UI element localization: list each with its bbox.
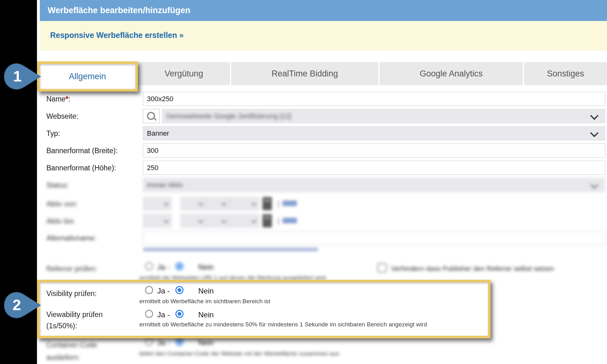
tab-google-analytics[interactable]: Google Analytics (380, 62, 523, 85)
viewability-nein-radio[interactable] (175, 310, 184, 318)
visibility-nein-radio[interactable] (175, 286, 184, 294)
divider: | (278, 216, 279, 225)
visibility-description: ermittelt ob Werbefläche im sichtbaren B… (139, 298, 270, 305)
annotation-highlight-1[interactable]: Allgemein (37, 61, 138, 91)
balloon-1-number: 1 (13, 68, 22, 85)
webseite-select[interactable]: Demowebseite Google Zertifizierung [12] (162, 109, 605, 123)
container-code-ja-label: Ja - (157, 338, 170, 347)
container-code-description: liefert den Container-Code der Website m… (139, 350, 339, 357)
visibility-ja-label: Ja - (157, 287, 170, 295)
search-icon (147, 112, 155, 120)
referrer-label: Referrer prüfen: (46, 265, 97, 273)
window-titlebar: Werbefläche bearbeiten/hinzufügen (40, 0, 607, 21)
alternativname-label: Alternativname: (46, 234, 96, 242)
viewability-ja-radio[interactable] (145, 310, 153, 318)
viewability-ja-label: Ja - (157, 310, 170, 319)
container-code-nein-radio[interactable] (175, 338, 184, 346)
hoehe-input[interactable]: 250 (143, 161, 605, 175)
page-title: Werbefläche bearbeiten/hinzufügen (48, 0, 190, 21)
chevron-down-icon (590, 180, 599, 189)
typ-value: Banner (147, 129, 169, 137)
visibility-label: Visibility prüfen: (46, 289, 97, 298)
referrer-checkbox-label: Verhindern dass Publisher den Referrer s… (391, 265, 554, 273)
typ-label: Typ: (46, 129, 60, 138)
aktiv-bis-clear-link[interactable] (283, 218, 297, 223)
referrer-ja-label: Ja - (157, 263, 170, 272)
required-asterisk: * (65, 95, 68, 103)
webseite-label: Webseite: (46, 112, 78, 121)
aktiv-von-month-select[interactable] (180, 197, 206, 211)
referrer-publisher-checkbox[interactable] (377, 263, 387, 273)
name-input[interactable]: 300x250 (143, 92, 605, 106)
hoehe-label: Bannerformat (Höhe): (46, 164, 116, 172)
annotation-balloon-2: 2 (3, 291, 41, 320)
aktiv-bis-month-select[interactable] (180, 214, 206, 228)
container-code-ja-radio[interactable] (145, 338, 153, 346)
container-code-label-line1: Container-Code (46, 341, 97, 349)
aktiv-bis-label: Aktiv bis: (46, 217, 75, 226)
status-select[interactable]: Immer Aktiv (143, 178, 605, 192)
referrer-ja-radio[interactable] (145, 262, 153, 270)
responsive-werbeflaeche-link[interactable]: Responsive Werbefläche erstellen » (50, 31, 184, 40)
name-label: Name*: (46, 95, 70, 103)
annotation-highlight-2: Visibility prüfen: Ja - Nein ermittelt o… (37, 280, 490, 338)
aktiv-bis-year-select[interactable] (206, 214, 229, 228)
chevron-down-icon (590, 112, 599, 120)
viewability-description: ermittelt ob Werbefläche zu mindestens 5… (139, 321, 427, 328)
container-code-label-line2: ausliefern: (46, 353, 80, 362)
breite-input[interactable]: 300 (143, 143, 605, 158)
balloon-2-number: 2 (13, 296, 21, 313)
alternativname-input[interactable] (143, 231, 605, 245)
webseite-search-button[interactable] (143, 109, 160, 123)
chevron-down-icon (590, 129, 599, 137)
balloon-shape (4, 292, 40, 318)
viewability-label-line2: (1s/50%): (46, 322, 77, 330)
aktiv-von-time-select[interactable] (229, 197, 259, 211)
info-banner: Responsive Werbefläche erstellen » (40, 21, 607, 51)
balloon-shape (4, 64, 40, 89)
tab-allgemein[interactable]: Allgemein (69, 72, 106, 81)
referrer-nein-radio[interactable] (175, 262, 184, 270)
aktiv-von-label: Aktiv von: (46, 200, 78, 208)
tab-realtime-bidding[interactable]: RealTime Bidding (231, 62, 378, 85)
annotation-balloon-1: 1 (3, 62, 41, 91)
viewability-nein-label: Nein (198, 310, 214, 319)
aktiv-von-day-select[interactable] (143, 197, 172, 211)
screenshot-stage: Werbefläche bearbeiten/hinzufügen Respon… (0, 0, 607, 364)
visibility-ja-radio[interactable] (145, 286, 153, 294)
status-value: Immer Aktiv (147, 181, 183, 189)
typ-select[interactable]: Banner (143, 126, 605, 140)
status-label: Status: (46, 181, 69, 190)
blurred-link-note[interactable] (143, 247, 318, 252)
divider: | (278, 199, 279, 208)
viewability-label-line1: Viewability prüfen (46, 310, 103, 319)
tab-verguetung[interactable]: Vergütung (138, 62, 230, 85)
tab-sonstiges[interactable]: Sonstiges (524, 62, 607, 85)
aktiv-von-year-select[interactable] (206, 197, 229, 211)
container-code-nein-label: Nein (198, 338, 214, 347)
breite-label: Bannerformat (Breite): (46, 147, 118, 155)
aktiv-bis-time-select[interactable] (229, 214, 259, 228)
calendar-icon[interactable] (262, 197, 272, 210)
referrer-nein-label: Nein (198, 263, 214, 272)
webseite-value-blurred: Demowebseite Google Zertifizierung [12] (166, 112, 291, 120)
visibility-nein-label: Nein (198, 287, 214, 295)
calendar-icon[interactable] (262, 214, 272, 227)
aktiv-von-clear-link[interactable] (283, 200, 297, 206)
aktiv-bis-day-select[interactable] (143, 214, 172, 228)
